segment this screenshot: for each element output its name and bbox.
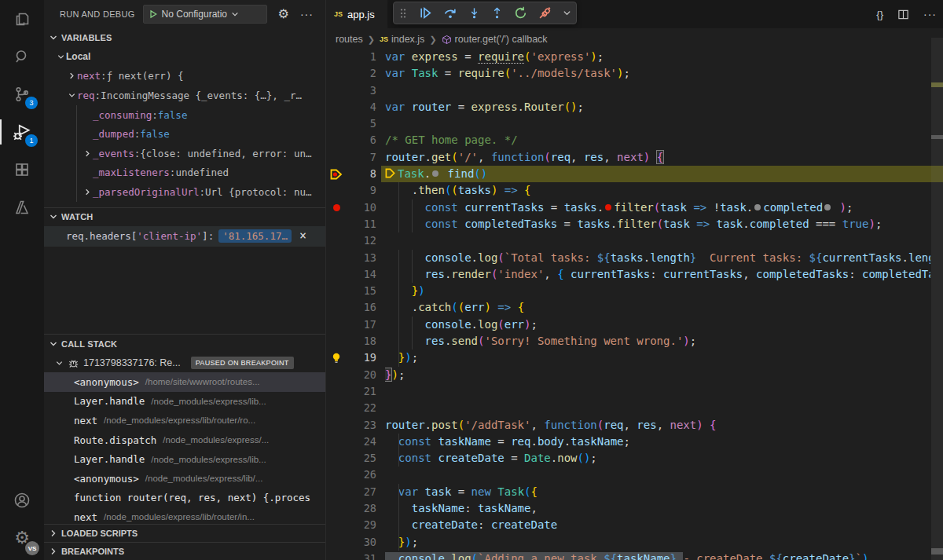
watch-expression-row[interactable]: req.headers['client-ip']: '81.165.17… ×: [44, 226, 325, 247]
step-out-button[interactable]: [491, 6, 503, 20]
javascript-file-icon: JS: [334, 10, 343, 18]
code-line[interactable]: 13 console.log(`Total tasks: ${tasks.len…: [326, 250, 943, 266]
debug-config-label: No Configuratio: [162, 9, 227, 20]
stack-frame-row[interactable]: function router(req, res, next) {.proces: [44, 489, 325, 508]
code-line[interactable]: 12: [326, 232, 943, 249]
code-line[interactable]: 26: [326, 467, 943, 483]
stack-frame-row[interactable]: next/node_modules/express/lib/router/ro.…: [44, 411, 325, 430]
stack-frame-row[interactable]: Route.dispatch/node_modules/express/...: [44, 430, 325, 450]
code-line[interactable]: 9 .then((tasks) => {: [326, 182, 943, 199]
code-line[interactable]: 31 console.log(`Adding a new task ${task…: [326, 551, 943, 560]
variable-row[interactable]: _consuming: false: [44, 105, 325, 125]
loaded-scripts-section-header[interactable]: LOADED SCRIPTS: [44, 524, 325, 542]
variable-row[interactable]: _parsedOriginalUrl: Url {protocol: nu…: [44, 182, 325, 202]
debug-settings-gear-icon[interactable]: ⚙: [278, 8, 289, 20]
code-line[interactable]: 27 var task = new Task({: [326, 484, 943, 500]
explorer-icon[interactable]: [0, 0, 44, 38]
variable-row[interactable]: req: IncomingMessage {_events: {…}, _r…: [44, 86, 325, 105]
code-line[interactable]: 2var Task = require('../models/task');: [326, 65, 943, 82]
variable-row[interactable]: Local: [44, 47, 325, 67]
line-number: 6: [345, 132, 376, 148]
account-icon[interactable]: [0, 481, 44, 519]
activity-bar: 3 1 ⚙ VS: [0, 0, 44, 560]
code-line[interactable]: 11 const completedTasks = tasks.filter(t…: [326, 216, 943, 232]
stack-frame-row[interactable]: <anonymous>/home/site/wwwroot/routes...: [44, 372, 325, 392]
restart-button[interactable]: [514, 6, 527, 20]
line-number: 30: [345, 534, 376, 551]
breakpoint-icon: [333, 204, 340, 211]
breadcrumb-symbol[interactable]: router.get('/') callback: [455, 34, 548, 45]
debug-sidebar: RUN AND DEBUG No Configuratio ⚙ ··· VARI…: [44, 0, 326, 560]
code-line[interactable]: 24 const taskName = req.body.taskName;: [326, 434, 943, 450]
line-number: 19: [345, 350, 376, 366]
code-line[interactable]: 7router.get('/', function(req, res, next…: [326, 149, 943, 166]
tab-app-js[interactable]: JS app.js: [326, 0, 387, 28]
variable-row[interactable]: next: ƒ next(err) {: [44, 67, 325, 86]
stack-frame-row[interactable]: <anonymous>/node_modules/express/lib/...: [44, 469, 325, 489]
editor-more-actions-icon[interactable]: ···: [923, 8, 937, 20]
variable-row[interactable]: _events: {close: undefined, error: un…: [44, 144, 325, 163]
code-line[interactable]: 18 res.send('Sorry! Something went wrong…: [326, 333, 943, 350]
step-over-button[interactable]: [443, 6, 457, 20]
code-line[interactable]: 22: [326, 400, 943, 416]
source-control-badge: 3: [25, 97, 38, 109]
code-line[interactable]: 19 });: [326, 350, 943, 366]
paused-on-breakpoint-badge: PAUSED ON BREAKPOINT: [191, 357, 294, 369]
code-line[interactable]: 16 .catch((err) => {: [326, 299, 943, 316]
line-number: 16: [345, 299, 376, 316]
disconnect-button[interactable]: [538, 6, 552, 20]
watch-section-header[interactable]: WATCH: [44, 207, 325, 226]
variables-section-header[interactable]: VARIABLES: [44, 28, 325, 47]
line-number: 24: [345, 434, 376, 450]
code-line[interactable]: 23router.post('/addTask', function(req, …: [326, 417, 943, 434]
breadcrumb-routes[interactable]: routes: [336, 34, 363, 45]
code-line[interactable]: 29 createDate: createDate: [326, 517, 943, 533]
code-line[interactable]: 21: [326, 383, 943, 400]
chevron-down-icon: [231, 10, 239, 18]
toolbar-drag-handle[interactable]: [398, 8, 408, 19]
split-editor-icon[interactable]: [897, 9, 909, 20]
code-line[interactable]: 14 res.render('index', { currentTasks: c…: [326, 266, 943, 283]
debug-config-dropdown[interactable]: No Configuratio: [143, 5, 267, 24]
code-line[interactable]: 25 const createDate = Date.now();: [326, 450, 943, 467]
code-line[interactable]: 30 });: [326, 534, 943, 551]
continue-button[interactable]: [419, 6, 432, 20]
code-line[interactable]: 3: [326, 82, 943, 99]
chevron-right-icon: [49, 529, 58, 538]
code-line[interactable]: 28 taskName: taskName,: [326, 500, 943, 517]
code-area[interactable]: 1var express = require('express');2var T…: [326, 49, 943, 560]
settings-gear-icon[interactable]: ⚙ VS: [0, 519, 44, 557]
stack-frame-row[interactable]: Layer.handle/node_modules/express/lib...: [44, 392, 325, 412]
code-line[interactable]: 10 const currentTasks = tasks.filter(tas…: [326, 199, 943, 216]
code-line[interactable]: 17 console.log(err);: [326, 317, 943, 333]
code-line[interactable]: 15 }): [326, 283, 943, 299]
code-line[interactable]: 6/* GET home page. */: [326, 132, 943, 148]
breakpoints-section-header[interactable]: BREAKPOINTS: [44, 542, 325, 560]
call-stack-header[interactable]: CALL STACK: [44, 335, 325, 353]
variable-row[interactable]: _maxListeners: undefined: [44, 163, 325, 183]
code-line[interactable]: 20});: [326, 367, 943, 383]
code-line[interactable]: 8Task. find(): [326, 166, 943, 182]
toolbar-more-chevron-icon[interactable]: [563, 9, 571, 17]
step-into-button[interactable]: [468, 6, 480, 20]
views-more-icon[interactable]: ···: [300, 8, 314, 20]
watch-value: '81.165.17…: [218, 229, 292, 243]
debug-session-row[interactable]: 1713798337176: Re... PAUSED ON BREAKPOIN…: [44, 353, 325, 372]
code-line[interactable]: 5: [326, 115, 943, 132]
code-line[interactable]: 1var express = require('express');: [326, 49, 943, 65]
remove-watch-icon[interactable]: ×: [299, 230, 306, 242]
breadcrumb-symbol-toggle-icon[interactable]: {}: [876, 9, 883, 20]
breadcrumb-file[interactable]: index.js: [391, 34, 424, 45]
code-line[interactable]: 4var router = express.Router();: [326, 99, 943, 115]
azure-icon[interactable]: [0, 188, 44, 226]
scroll-marker: [931, 135, 943, 139]
start-debug-icon[interactable]: [149, 9, 158, 19]
run-and-debug-icon[interactable]: 1: [0, 113, 44, 151]
editor-scrollbar[interactable]: [931, 38, 943, 560]
source-control-icon[interactable]: 3: [0, 75, 44, 113]
search-icon[interactable]: [0, 38, 44, 75]
extensions-icon[interactable]: [0, 151, 44, 188]
variable-row[interactable]: _dumped: false: [44, 124, 325, 144]
stack-frame-row[interactable]: Layer.handle/node_modules/express/lib...: [44, 449, 325, 469]
stack-frame-row[interactable]: next/node_modules/express/lib/router/in.…: [44, 507, 325, 524]
